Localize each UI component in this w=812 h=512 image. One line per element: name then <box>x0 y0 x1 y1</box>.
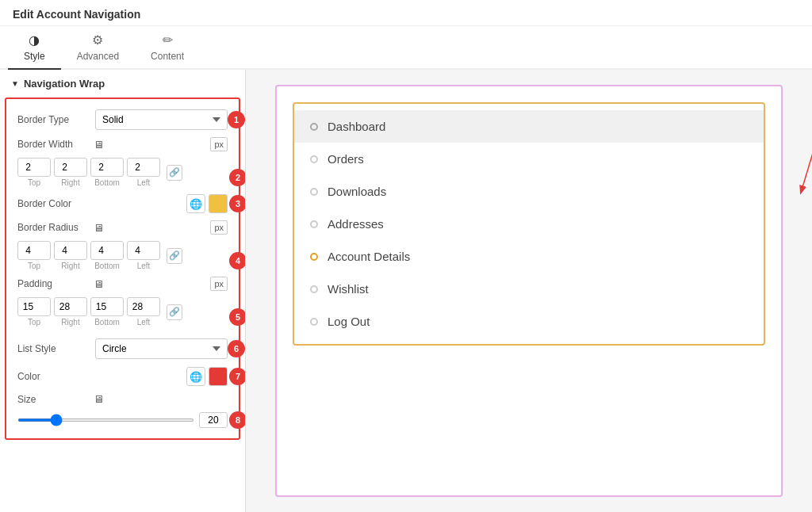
size-slider[interactable] <box>17 418 194 422</box>
list-style-select-wrapper: Circle None Disc Square <box>95 338 228 359</box>
nav-item-addresses[interactable]: Addresses <box>294 208 764 240</box>
color-controls: 🌐 <box>186 367 228 386</box>
nav-item-dashboard[interactable]: Dashboard <box>294 110 764 143</box>
padding-top[interactable] <box>17 297 51 316</box>
pad-left-label: Left <box>137 318 151 327</box>
padding-bottom[interactable] <box>90 297 124 316</box>
border-width-bottom[interactable] <box>90 158 124 177</box>
br-right-label: Right <box>61 262 79 270</box>
padding-header: Padding 🖥 px <box>10 273 236 294</box>
nav-label-dashboard: Dashboard <box>327 120 385 133</box>
border-width-left-group: Left <box>127 158 160 187</box>
br-top-label: Top <box>28 262 40 270</box>
padding-label: Padding <box>17 278 89 289</box>
border-width-bottom-group: Bottom <box>90 158 124 187</box>
link-icon-bw[interactable]: 🔗 <box>167 165 182 181</box>
monitor-icon-br: 🖥 <box>94 222 104 234</box>
link-icon-br[interactable]: 🔗 <box>167 248 182 264</box>
border-width-header: Border Width 🖥 px <box>10 134 236 155</box>
nav-label-addresses: Addresses <box>327 217 384 231</box>
badge-2: 2 <box>229 169 246 186</box>
tab-style-label: Style <box>24 51 45 62</box>
padding-left[interactable] <box>127 297 160 316</box>
preview-inner-border: Dashboard Orders Downloads Addresses Acc… <box>293 102 765 346</box>
badge-7: 7 <box>229 368 246 385</box>
tab-content-label: Content <box>151 51 184 62</box>
preview-outer-border: Dashboard Orders Downloads Addresses Acc… <box>275 85 783 497</box>
nav-bullet-account-details <box>310 253 318 261</box>
gear-icon: ⚙ <box>92 32 103 48</box>
tab-advanced-label: Advanced <box>77 51 119 62</box>
color-label: Color <box>17 371 89 382</box>
border-width-top[interactable] <box>17 158 51 177</box>
nav-bullet-logout <box>310 318 318 326</box>
tab-style[interactable]: ◑ Style <box>8 26 61 68</box>
border-radius-right[interactable] <box>54 241 87 260</box>
border-color-row: Border Color 🌐 3 <box>10 190 236 217</box>
global-color-btn-2[interactable]: 🌐 <box>186 367 205 386</box>
pad-right-label: Right <box>61 318 79 327</box>
svg-line-2 <box>801 113 812 193</box>
link-icon-pad[interactable]: 🔗 <box>167 304 182 320</box>
border-color-swatch[interactable] <box>209 194 228 213</box>
page-title: Edit Account Navigation <box>0 0 812 26</box>
border-width-unit[interactable]: px <box>210 137 228 151</box>
pencil-icon: ✏ <box>163 32 173 48</box>
nav-bullet-wishlist <box>310 285 318 293</box>
list-style-select[interactable]: Circle None Disc Square <box>95 338 228 359</box>
size-header: Size 🖥 <box>10 390 236 408</box>
border-radius-unit[interactable]: px <box>210 220 228 235</box>
padding-unit[interactable]: px <box>210 277 228 291</box>
list-style-row: List Style Circle None Disc Square 6 <box>10 334 236 363</box>
size-slider-row: 8 <box>10 408 236 432</box>
border-type-select-wrapper: Solid None Dashed Dotted <box>95 109 228 130</box>
border-width-left[interactable] <box>127 158 160 177</box>
border-type-select[interactable]: Solid None Dashed Dotted <box>95 109 228 130</box>
tab-advanced[interactable]: ⚙ Advanced <box>61 26 135 68</box>
border-radius-inputs: Top Right Bottom Left 🔗 4 <box>10 238 236 273</box>
nav-bullet-orders <box>310 155 318 163</box>
border-radius-top[interactable] <box>17 241 51 260</box>
badge-5: 5 <box>229 308 246 326</box>
padding-inputs: Top Right Bottom Left 🔗 5 <box>10 294 236 330</box>
padding-right-group: Right <box>54 297 87 327</box>
border-radius-left-group: Left <box>127 241 160 270</box>
border-color-label: Border Color <box>17 198 89 209</box>
top-label: Top <box>28 178 40 187</box>
tab-content[interactable]: ✏ Content <box>135 26 200 68</box>
monitor-icon-pad: 🖥 <box>94 278 104 290</box>
padding-left-group: Left <box>127 297 160 327</box>
style-icon: ◑ <box>29 32 40 48</box>
padding-right[interactable] <box>54 297 87 316</box>
right-label: Right <box>61 178 79 187</box>
nav-item-logout[interactable]: Log Out <box>294 305 764 338</box>
size-label: Size <box>17 394 89 405</box>
size-value[interactable] <box>199 412 228 428</box>
settings-section: Border Type Solid None Dashed Dotted 1 B… <box>5 97 240 440</box>
right-panel: 1 2 3 4 5 6 7 8 <box>246 70 812 512</box>
nav-item-orders[interactable]: Orders <box>294 143 764 175</box>
border-width-inputs: Top Right Bottom Left 🔗 2 <box>10 155 236 190</box>
monitor-icon-size: 🖥 <box>94 393 104 405</box>
color-row: Color 🌐 7 <box>10 363 236 390</box>
border-width-right[interactable] <box>54 158 87 177</box>
navigation-wrap-header[interactable]: ▼ Navigation Wrap <box>0 70 245 97</box>
border-radius-bottom[interactable] <box>90 241 124 260</box>
border-width-right-group: Right <box>54 158 87 187</box>
border-radius-left[interactable] <box>127 241 160 260</box>
nav-item-wishlist[interactable]: Wishlist <box>294 273 764 305</box>
border-radius-top-group: Top <box>17 241 51 270</box>
badge-4: 4 <box>229 252 246 269</box>
nav-label-account-details: Account Details <box>327 250 410 263</box>
global-color-btn[interactable]: 🌐 <box>186 194 205 213</box>
nav-label-wishlist: Wishlist <box>327 282 369 296</box>
color-swatch[interactable] <box>209 367 228 386</box>
main-area: ▼ Navigation Wrap Border Type Solid None… <box>0 70 812 512</box>
nav-item-downloads[interactable]: Downloads <box>294 175 764 208</box>
border-width-top-group: Top <box>17 158 51 187</box>
collapse-arrow: ▼ <box>11 79 19 88</box>
nav-item-account-details[interactable]: Account Details <box>294 240 764 273</box>
left-panel: ▼ Navigation Wrap Border Type Solid None… <box>0 70 246 512</box>
nav-bullet-downloads <box>310 188 318 196</box>
left-label: Left <box>137 178 151 187</box>
